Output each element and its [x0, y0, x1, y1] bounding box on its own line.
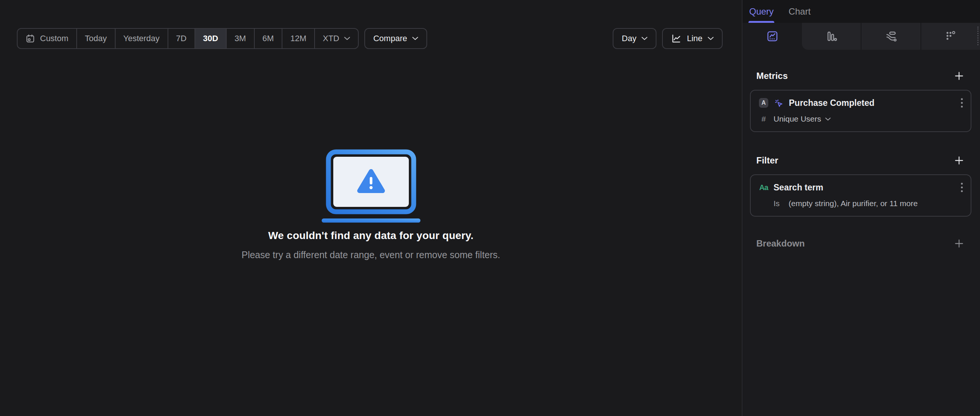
date-range-label: Custom	[40, 33, 68, 43]
kebab-menu-icon	[961, 98, 963, 108]
chart-toolbar: Custom Today Yesterday 7D 30D 3M 6M 12M …	[17, 28, 723, 49]
empty-state-title: We couldn't find any data for your query…	[268, 230, 474, 242]
filter-section-title: Filter	[756, 155, 778, 166]
metric-event-name: Purchase Completed	[789, 98, 875, 108]
chevron-down-icon	[641, 37, 648, 40]
query-builder-panel: Query Chart	[742, 0, 980, 416]
viz-tile-retention[interactable]	[921, 23, 980, 50]
flow-chart-icon	[885, 30, 897, 42]
breakdown-section-title: Breakdown	[756, 238, 805, 249]
query-result-area: Custom Today Yesterday 7D 30D 3M 6M 12M …	[0, 0, 742, 416]
empty-state-subtitle: Please try a different date range, event…	[242, 250, 501, 260]
filter-values-summary: (empty string), Air purifier, or 11 more	[789, 199, 918, 208]
date-range-7d[interactable]: 7D	[168, 29, 195, 48]
date-controls: Custom Today Yesterday 7D 30D 3M 6M 12M …	[17, 28, 427, 49]
metric-series-badge: A	[759, 98, 768, 108]
aggregation-symbol: #	[759, 115, 768, 123]
breakdown-section-header: Breakdown	[756, 238, 964, 249]
chevron-down-icon	[825, 118, 831, 121]
add-metric-button[interactable]	[954, 71, 964, 81]
date-range-xtd-dropdown[interactable]: XTD	[315, 29, 358, 48]
date-range-yesterday[interactable]: Yesterday	[116, 29, 168, 48]
date-range-6m[interactable]: 6M	[255, 29, 283, 48]
insights-chart-icon	[767, 30, 778, 42]
aggregation-label: Unique Users	[773, 115, 821, 123]
date-range-30d-selected[interactable]: 30D	[195, 29, 227, 48]
empty-state: We couldn't find any data for your query…	[0, 149, 742, 260]
dot-grid-icon	[945, 30, 956, 42]
filter-options-kebab[interactable]	[961, 182, 963, 193]
date-range-3m[interactable]: 3M	[227, 29, 255, 48]
filter-condition-row[interactable]: Is (empty string), Air purifier, or 11 m…	[759, 199, 963, 208]
filter-property-row[interactable]: Aa Search term	[759, 182, 963, 193]
filter-section-header: Filter	[756, 155, 964, 166]
display-controls: Day Line	[612, 28, 723, 49]
compare-button[interactable]: Compare	[364, 28, 427, 49]
chevron-down-icon	[708, 37, 714, 40]
plus-icon	[954, 239, 964, 249]
add-filter-button[interactable]	[954, 156, 964, 165]
viz-tile-insights-active[interactable]	[743, 23, 802, 50]
date-range-12m[interactable]: 12M	[282, 29, 315, 48]
event-click-icon	[773, 98, 784, 108]
chevron-down-icon	[344, 37, 350, 40]
bar-chart-icon	[826, 30, 837, 42]
metric-options-kebab[interactable]	[961, 98, 963, 108]
metric-aggregation-row[interactable]: # Unique Users	[759, 115, 963, 123]
panel-tabs: Query Chart	[743, 0, 980, 23]
metrics-section-title: Metrics	[756, 71, 788, 81]
filter-operator: Is	[773, 199, 780, 208]
visualization-type-tiles	[743, 23, 980, 50]
granularity-dropdown[interactable]: Day	[612, 28, 657, 49]
viz-tiles-inactive-group	[802, 23, 980, 50]
date-range-today[interactable]: Today	[77, 29, 116, 48]
string-property-type-icon: Aa	[759, 183, 768, 192]
line-chart-icon	[671, 33, 681, 44]
tab-query[interactable]: Query	[749, 0, 773, 23]
chart-type-dropdown[interactable]: Line	[662, 28, 723, 49]
plus-icon	[954, 156, 964, 165]
date-range-picker: Custom Today Yesterday 7D 30D 3M 6M 12M …	[17, 28, 359, 49]
metric-card[interactable]: A Purchase Completed # Unique Users	[750, 90, 971, 132]
calendar-icon	[25, 33, 35, 43]
metric-event-row[interactable]: A Purchase Completed	[759, 98, 963, 108]
add-breakdown-button[interactable]	[954, 239, 964, 249]
viz-tile-flows[interactable]	[861, 23, 920, 50]
kebab-menu-icon	[961, 182, 963, 193]
laptop-warning-illustration	[321, 149, 422, 223]
filter-property-name: Search term	[773, 183, 823, 193]
date-range-custom[interactable]: Custom	[18, 29, 77, 48]
tab-chart[interactable]: Chart	[789, 0, 811, 23]
filter-card[interactable]: Aa Search term Is (empty string), Air pu…	[750, 174, 971, 217]
metrics-section-header: Metrics	[756, 70, 964, 81]
viz-tile-funnels[interactable]	[802, 23, 861, 50]
plus-icon	[954, 71, 964, 81]
chevron-down-icon	[412, 37, 418, 40]
